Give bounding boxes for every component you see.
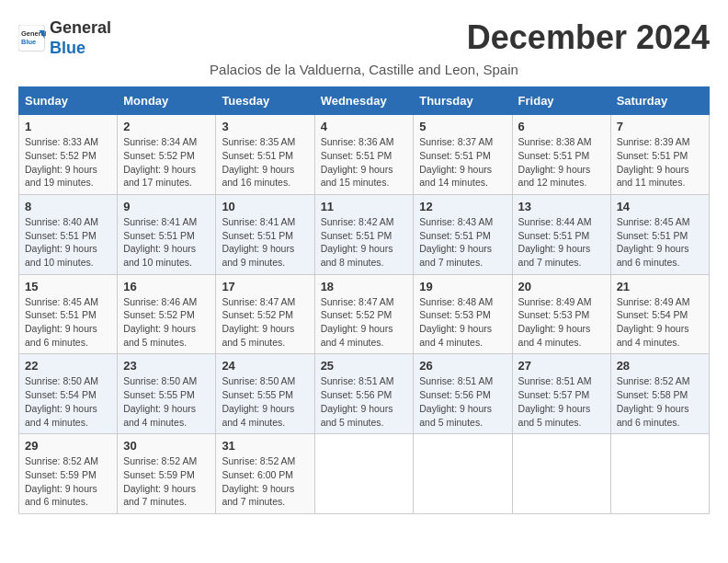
calendar-cell: 28 Sunrise: 8:52 AM Sunset: 5:58 PM Dayl… — [610, 354, 709, 434]
day-info: Sunrise: 8:35 AM Sunset: 5:51 PM Dayligh… — [222, 136, 295, 188]
day-number: 3 — [222, 120, 308, 133]
day-info: Sunrise: 8:41 AM Sunset: 5:51 PM Dayligh… — [222, 216, 295, 268]
calendar-cell: 29 Sunrise: 8:52 AM Sunset: 5:59 PM Dayl… — [19, 434, 118, 514]
calendar-week-row: 1 Sunrise: 8:33 AM Sunset: 5:52 PM Dayli… — [19, 115, 710, 195]
day-info: Sunrise: 8:40 AM Sunset: 5:51 PM Dayligh… — [25, 216, 98, 268]
day-number: 4 — [321, 120, 408, 133]
day-number: 31 — [222, 439, 308, 453]
calendar-cell: 14 Sunrise: 8:45 AM Sunset: 5:51 PM Dayl… — [610, 194, 709, 274]
column-header-wednesday: Wednesday — [314, 87, 414, 115]
calendar-cell: 26 Sunrise: 8:51 AM Sunset: 5:56 PM Dayl… — [414, 354, 512, 434]
svg-text:Blue: Blue — [21, 38, 36, 46]
day-number: 29 — [25, 439, 111, 453]
day-number: 20 — [518, 280, 605, 293]
day-info: Sunrise: 8:51 AM Sunset: 5:57 PM Dayligh… — [518, 375, 592, 427]
day-info: Sunrise: 8:48 AM Sunset: 5:53 PM Dayligh… — [419, 296, 493, 348]
day-info: Sunrise: 8:49 AM Sunset: 5:53 PM Dayligh… — [518, 296, 592, 348]
column-header-thursday: Thursday — [414, 87, 512, 115]
day-number: 13 — [518, 200, 605, 213]
day-info: Sunrise: 8:52 AM Sunset: 5:59 PM Dayligh… — [123, 455, 197, 507]
logo: General Blue General Blue — [18, 18, 111, 58]
calendar-cell — [610, 434, 709, 514]
calendar-cell: 10 Sunrise: 8:41 AM Sunset: 5:51 PM Dayl… — [216, 194, 314, 274]
calendar-week-row: 22 Sunrise: 8:50 AM Sunset: 5:54 PM Dayl… — [19, 354, 710, 434]
day-number: 28 — [617, 359, 703, 373]
day-info: Sunrise: 8:36 AM Sunset: 5:51 PM Dayligh… — [321, 136, 394, 188]
calendar-cell: 12 Sunrise: 8:43 AM Sunset: 5:51 PM Dayl… — [414, 194, 512, 274]
calendar-cell: 4 Sunrise: 8:36 AM Sunset: 5:51 PM Dayli… — [314, 115, 414, 195]
day-number: 21 — [617, 280, 703, 293]
calendar-cell: 5 Sunrise: 8:37 AM Sunset: 5:51 PM Dayli… — [414, 115, 512, 195]
column-header-saturday: Saturday — [610, 87, 709, 115]
day-number: 6 — [518, 120, 605, 133]
location-subtitle: Palacios de la Valduerna, Castille and L… — [18, 62, 710, 77]
calendar-cell: 18 Sunrise: 8:47 AM Sunset: 5:52 PM Dayl… — [314, 274, 414, 354]
day-info: Sunrise: 8:42 AM Sunset: 5:51 PM Dayligh… — [321, 216, 394, 268]
calendar-cell: 30 Sunrise: 8:52 AM Sunset: 5:59 PM Dayl… — [118, 434, 216, 514]
day-info: Sunrise: 8:50 AM Sunset: 5:54 PM Dayligh… — [25, 375, 98, 427]
calendar-week-row: 29 Sunrise: 8:52 AM Sunset: 5:59 PM Dayl… — [19, 434, 710, 514]
day-info: Sunrise: 8:45 AM Sunset: 5:51 PM Dayligh… — [25, 296, 98, 348]
day-number: 11 — [321, 200, 408, 213]
calendar-header-row: SundayMondayTuesdayWednesdayThursdayFrid… — [19, 87, 710, 115]
calendar-cell — [314, 434, 414, 514]
page-header: General Blue General Blue December 2024 — [18, 18, 710, 58]
calendar-week-row: 8 Sunrise: 8:40 AM Sunset: 5:51 PM Dayli… — [19, 194, 710, 274]
calendar-cell — [414, 434, 512, 514]
day-number: 12 — [419, 200, 506, 213]
day-number: 5 — [419, 120, 506, 133]
day-info: Sunrise: 8:37 AM Sunset: 5:51 PM Dayligh… — [419, 136, 493, 188]
day-number: 22 — [25, 359, 111, 373]
day-info: Sunrise: 8:43 AM Sunset: 5:51 PM Dayligh… — [419, 216, 493, 268]
calendar-cell: 1 Sunrise: 8:33 AM Sunset: 5:52 PM Dayli… — [19, 115, 118, 195]
calendar-cell: 22 Sunrise: 8:50 AM Sunset: 5:54 PM Dayl… — [19, 354, 118, 434]
day-info: Sunrise: 8:52 AM Sunset: 5:58 PM Dayligh… — [617, 375, 690, 427]
day-number: 17 — [222, 280, 308, 293]
day-info: Sunrise: 8:51 AM Sunset: 5:56 PM Dayligh… — [321, 375, 394, 427]
day-info: Sunrise: 8:44 AM Sunset: 5:51 PM Dayligh… — [518, 216, 592, 268]
calendar-cell: 3 Sunrise: 8:35 AM Sunset: 5:51 PM Dayli… — [216, 115, 314, 195]
calendar-cell: 16 Sunrise: 8:46 AM Sunset: 5:52 PM Dayl… — [118, 274, 216, 354]
day-info: Sunrise: 8:33 AM Sunset: 5:52 PM Dayligh… — [25, 136, 98, 188]
day-number: 10 — [222, 200, 308, 213]
day-number: 2 — [123, 120, 210, 133]
day-info: Sunrise: 8:52 AM Sunset: 6:00 PM Dayligh… — [222, 455, 295, 507]
day-number: 14 — [617, 200, 703, 213]
calendar-cell: 27 Sunrise: 8:51 AM Sunset: 5:57 PM Dayl… — [512, 354, 610, 434]
column-header-sunday: Sunday — [19, 87, 118, 115]
day-info: Sunrise: 8:50 AM Sunset: 5:55 PM Dayligh… — [123, 375, 197, 427]
calendar-cell: 24 Sunrise: 8:50 AM Sunset: 5:55 PM Dayl… — [216, 354, 314, 434]
calendar-cell: 17 Sunrise: 8:47 AM Sunset: 5:52 PM Dayl… — [216, 274, 314, 354]
day-number: 19 — [419, 280, 506, 293]
column-header-tuesday: Tuesday — [216, 87, 314, 115]
calendar-table: SundayMondayTuesdayWednesdayThursdayFrid… — [18, 86, 710, 514]
day-number: 7 — [617, 120, 703, 133]
day-info: Sunrise: 8:38 AM Sunset: 5:51 PM Dayligh… — [518, 136, 592, 188]
day-number: 25 — [321, 359, 408, 373]
logo-text: General Blue — [50, 18, 111, 58]
day-number: 30 — [123, 439, 210, 453]
day-info: Sunrise: 8:50 AM Sunset: 5:55 PM Dayligh… — [222, 375, 295, 427]
column-header-friday: Friday — [512, 87, 610, 115]
calendar-cell: 15 Sunrise: 8:45 AM Sunset: 5:51 PM Dayl… — [19, 274, 118, 354]
day-number: 26 — [419, 359, 506, 373]
calendar-cell: 19 Sunrise: 8:48 AM Sunset: 5:53 PM Dayl… — [414, 274, 512, 354]
day-info: Sunrise: 8:41 AM Sunset: 5:51 PM Dayligh… — [123, 216, 197, 268]
calendar-cell: 8 Sunrise: 8:40 AM Sunset: 5:51 PM Dayli… — [19, 194, 118, 274]
logo-icon: General Blue — [18, 25, 46, 52]
calendar-cell: 25 Sunrise: 8:51 AM Sunset: 5:56 PM Dayl… — [314, 354, 414, 434]
day-number: 16 — [123, 280, 210, 293]
day-info: Sunrise: 8:45 AM Sunset: 5:51 PM Dayligh… — [617, 216, 690, 268]
day-number: 24 — [222, 359, 308, 373]
day-number: 23 — [123, 359, 210, 373]
calendar-cell: 2 Sunrise: 8:34 AM Sunset: 5:52 PM Dayli… — [118, 115, 216, 195]
calendar-cell: 13 Sunrise: 8:44 AM Sunset: 5:51 PM Dayl… — [512, 194, 610, 274]
calendar-cell: 6 Sunrise: 8:38 AM Sunset: 5:51 PM Dayli… — [512, 115, 610, 195]
day-number: 27 — [518, 359, 605, 373]
day-info: Sunrise: 8:39 AM Sunset: 5:51 PM Dayligh… — [617, 136, 690, 188]
calendar-cell — [512, 434, 610, 514]
day-info: Sunrise: 8:52 AM Sunset: 5:59 PM Dayligh… — [25, 455, 98, 507]
calendar-cell: 20 Sunrise: 8:49 AM Sunset: 5:53 PM Dayl… — [512, 274, 610, 354]
calendar-cell: 11 Sunrise: 8:42 AM Sunset: 5:51 PM Dayl… — [314, 194, 414, 274]
day-info: Sunrise: 8:51 AM Sunset: 5:56 PM Dayligh… — [419, 375, 493, 427]
